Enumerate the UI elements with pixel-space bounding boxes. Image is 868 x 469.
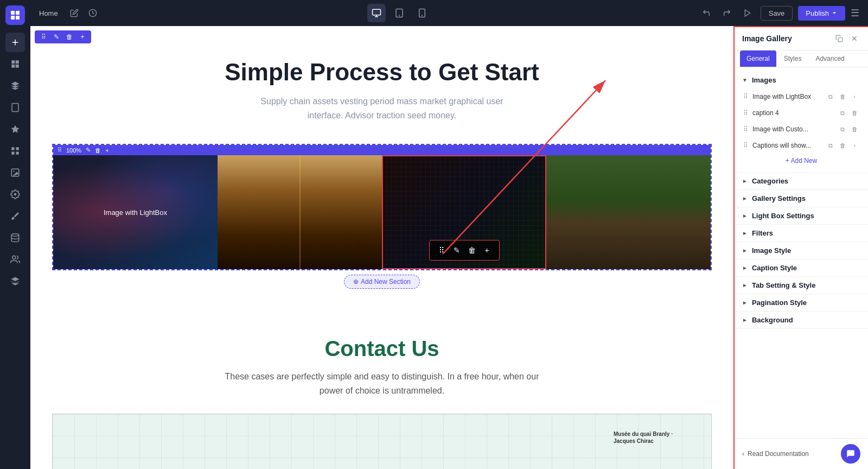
section-delete-icon[interactable]: 🗑 <box>64 31 75 42</box>
item-name-0: Image with LightBox <box>752 93 821 100</box>
item-delete-1[interactable]: 🗑 <box>850 108 859 118</box>
sidebar-icon-settings[interactable] <box>5 185 25 204</box>
history-tool[interactable] <box>85 5 100 21</box>
redo-button[interactable] <box>719 5 735 21</box>
gallery-settings-header[interactable]: ► Gallery Settings <box>735 190 868 207</box>
panel-section-tab-setting: ► Tab Setting & Style <box>735 277 868 294</box>
item-delete-0[interactable]: 🗑 <box>838 92 847 102</box>
panel-close-icon[interactable]: ✕ <box>848 33 860 45</box>
gallery-move-icon[interactable]: ⠿ <box>58 147 62 154</box>
home-breadcrumb[interactable]: Home <box>39 9 58 17</box>
drag-icon-0[interactable]: ⠿ <box>743 93 748 100</box>
section-add-icon[interactable]: + <box>77 31 88 42</box>
chat-bubble[interactable] <box>841 444 860 464</box>
image-item-1[interactable]: ⠿ caption 4 ⧉ 🗑 <box>739 105 864 121</box>
tab-setting-header[interactable]: ► Tab Setting & Style <box>735 277 868 294</box>
item-name-3: Captions will show... <box>752 142 821 149</box>
categories-header[interactable]: ► Categories <box>735 173 868 189</box>
mobile-device-btn[interactable] <box>413 4 431 22</box>
images-section-header[interactable]: ▼ Images <box>735 72 868 88</box>
image-item-0[interactable]: ⠿ Image with LightBox ⧉ 🗑 › <box>739 88 864 105</box>
images-expand-icon: ▼ <box>742 77 748 83</box>
sidebar-icon-star[interactable] <box>5 119 25 139</box>
drag-icon-1[interactable]: ⠿ <box>743 109 748 117</box>
image-item-3[interactable]: ⠿ Captions will show... ⧉ 🗑 › <box>739 137 864 154</box>
app-logo[interactable] <box>5 5 25 25</box>
pagination-header[interactable]: ► Pagination Style <box>735 294 868 311</box>
undo-button[interactable] <box>699 5 714 21</box>
gallery-image-4[interactable] <box>546 155 711 269</box>
item-name-1: caption 4 <box>752 109 833 117</box>
item-copy-3[interactable]: ⧉ <box>826 141 835 150</box>
pagination-label: Pagination Style <box>752 299 807 307</box>
tab-styles[interactable]: Styles <box>777 50 808 67</box>
item-delete-3[interactable]: 🗑 <box>838 141 847 150</box>
panel-section-pagination: ► Pagination Style <box>735 294 868 312</box>
panel-section-image-style: ► Image Style <box>735 242 868 259</box>
sidebar-icon-page[interactable] <box>5 98 25 117</box>
item-expand-3[interactable]: › <box>850 141 859 150</box>
add-section-bar: ⊕ Add New Section <box>52 270 712 293</box>
item-delete-2[interactable]: 🗑 <box>850 124 859 134</box>
img3-move-icon[interactable]: ⠿ <box>435 244 448 257</box>
images-section-label: Images <box>752 76 776 84</box>
gallery-image-3[interactable]: ⠿ ✎ 🗑 + <box>382 155 546 269</box>
caption-style-header[interactable]: ► Caption Style <box>735 259 868 276</box>
edit-tool[interactable] <box>67 5 82 21</box>
svg-point-6 <box>13 170 14 172</box>
lightbox-header[interactable]: ► Light Box Settings <box>735 207 868 224</box>
img3-add-icon[interactable]: + <box>481 244 494 257</box>
publish-button[interactable]: Publish <box>798 6 845 21</box>
panel-copy-icon[interactable] <box>833 33 845 45</box>
images-list: ⠿ Image with LightBox ⧉ 🗑 › ⠿ caption 4 … <box>735 88 868 172</box>
play-button[interactable] <box>740 5 755 21</box>
sidebar-icon-plugins[interactable] <box>5 271 25 291</box>
item-copy-1[interactable]: ⧉ <box>838 108 847 118</box>
drag-icon-3[interactable]: ⠿ <box>743 142 748 149</box>
sidebar-icon-add[interactable] <box>5 33 25 52</box>
panel-footer[interactable]: ‹ Read Documentation <box>735 438 868 469</box>
img3-delete-icon[interactable]: 🗑 <box>465 244 478 257</box>
lightbox-expand-icon: ► <box>742 213 748 219</box>
gallery-edit-icon[interactable]: ✎ <box>86 147 91 154</box>
gallery-add-icon[interactable]: + <box>105 147 108 154</box>
gallery-settings-label: Gallery Settings <box>752 194 806 202</box>
item-copy-2[interactable]: ⧉ <box>838 124 847 134</box>
sidebar-icon-users[interactable] <box>5 250 25 269</box>
add-section-button[interactable]: ⊕ Add New Section <box>344 275 420 289</box>
tablet-device-btn[interactable] <box>390 4 409 22</box>
item-expand-0[interactable]: › <box>850 92 859 102</box>
gallery-image-2[interactable] <box>218 155 382 269</box>
read-documentation-link[interactable]: Read Documentation <box>748 450 809 458</box>
menu-button[interactable]: ☰ <box>851 7 859 19</box>
sidebar-icon-widget[interactable] <box>5 141 25 161</box>
image-style-header[interactable]: ► Image Style <box>735 242 868 259</box>
filters-header[interactable]: ► Filters <box>735 225 868 242</box>
sidebar-icon-grid[interactable] <box>5 54 25 74</box>
gallery-delete-icon[interactable]: 🗑 <box>95 147 101 154</box>
add-new-image-btn[interactable]: + Add New <box>739 154 864 168</box>
drag-icon-2[interactable]: ⠿ <box>743 125 748 133</box>
tab-advanced[interactable]: Advanced <box>809 50 851 67</box>
background-expand-icon: ► <box>742 317 748 323</box>
main-content-area: ⠿ ✎ 🗑 + Simple Process to Get Start Supp… <box>30 26 733 469</box>
sidebar-icon-layers[interactable] <box>5 76 25 96</box>
desktop-device-btn[interactable] <box>367 4 386 22</box>
svg-rect-1 <box>11 147 14 150</box>
gallery-image-1[interactable]: Image with LightBox <box>53 155 218 269</box>
sidebar-icon-brush[interactable] <box>5 206 25 226</box>
image-item-2[interactable]: ⠿ Image with Custo... ⧉ 🗑 <box>739 121 864 137</box>
img3-edit-icon[interactable]: ✎ <box>450 244 463 257</box>
section-move-icon[interactable]: ⠿ <box>38 31 49 42</box>
sidebar-icon-data[interactable] <box>5 228 25 248</box>
save-button[interactable]: Save <box>761 6 793 21</box>
sidebar-icon-image[interactable] <box>5 163 25 182</box>
svg-point-8 <box>12 256 16 259</box>
background-header[interactable]: ► Background <box>735 312 868 328</box>
map-section: Eiffel Tower Musée du quai Branly · Jacq… <box>30 414 733 469</box>
tab-general[interactable]: General <box>740 50 776 67</box>
section1-subtitle: Supply chain assets vesting period mass … <box>246 94 518 122</box>
section-edit-icon[interactable]: ✎ <box>51 31 62 42</box>
item-copy-0[interactable]: ⧉ <box>826 92 835 102</box>
panel-body: ▼ Images ⠿ Image with LightBox ⧉ 🗑 › ⠿ c… <box>735 67 868 438</box>
